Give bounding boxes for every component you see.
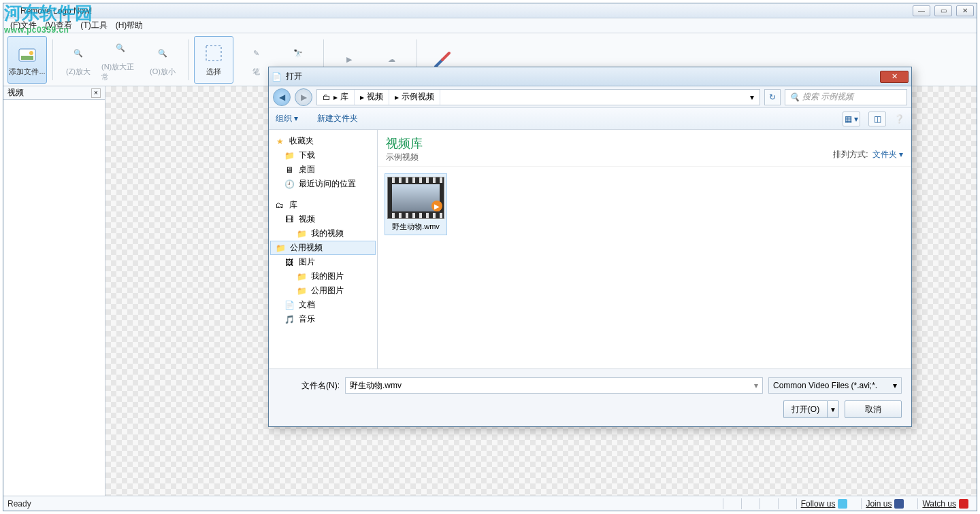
join-us-label: Join us [866, 499, 892, 509]
tree-recent[interactable]: 🕘最近访问的位置 [269, 177, 377, 191]
open-dropdown-button[interactable]: ▼ [827, 400, 839, 418]
dialog-close-button[interactable]: ✕ [880, 71, 909, 83]
sort-label: 排列方式: [833, 149, 868, 160]
tree-videos[interactable]: 🎞视频 [269, 212, 377, 226]
nav-tree: ★收藏夹 📁下载 🖥桌面 🕘最近访问的位置 🗂库 🎞视频 📁我的视频 📁公用视频… [269, 130, 378, 369]
cancel-button[interactable]: 取消 [845, 400, 902, 418]
tree-favorites[interactable]: ★收藏夹 [269, 134, 377, 148]
refresh-button[interactable]: ↻ [764, 89, 781, 105]
folder-icon: 📁 [296, 271, 307, 282]
svg-point-2 [29, 51, 33, 55]
add-files-button[interactable]: 添加文件... [7, 36, 47, 84]
view-mode-button[interactable]: ▦ ▾ [843, 112, 860, 126]
help-icon[interactable]: ❔ [894, 114, 904, 124]
desktop-icon: 🖥 [284, 165, 295, 175]
menu-view[interactable]: (V)查看 [45, 20, 72, 31]
follow-us-label: Follow us [801, 499, 836, 509]
breadcrumb[interactable]: 🗀 ▸ 库 ▸ 视频 ▸ 示例视频 ▾ [316, 89, 760, 105]
zoom-in-button[interactable]: 🔍 (Z)放大 [59, 36, 98, 84]
toolbar-divider [52, 39, 53, 80]
toolbar-divider [188, 39, 189, 80]
tree-pictures[interactable]: 🖼图片 [269, 255, 377, 269]
dialog-icon: 📄 [272, 72, 282, 82]
minimize-button[interactable]: — [913, 5, 930, 16]
search-input[interactable]: 🔍 搜索 示例视频 [785, 89, 907, 105]
follow-us-link[interactable]: Follow us [796, 498, 852, 509]
status-segment [741, 498, 750, 509]
zoom-out-label: (O)放小 [150, 67, 176, 77]
doc-icon: 📄 [284, 300, 295, 311]
youtube-icon [959, 499, 968, 509]
filetype-select[interactable]: Common Video Files (*.avi;*. ▾ [768, 377, 902, 394]
folder-icon: 📁 [296, 286, 307, 296]
watch-us-link[interactable]: Watch us [917, 498, 973, 509]
nav-forward-button[interactable]: ▶ [295, 88, 312, 106]
folder-icon: 📁 [284, 150, 295, 161]
file-grid[interactable]: ▶ 野生动物.wmv [378, 167, 911, 369]
app-titlebar: 📄 Remove Logo Now! — ▭ ✕ [3, 3, 977, 18]
select-tool-button[interactable]: 选择 [194, 36, 233, 84]
zoom-normal-icon: 🔍 [110, 37, 131, 59]
open-button[interactable]: 打开(O) [783, 400, 827, 418]
tree-public-videos[interactable]: 📁公用视频 [270, 241, 376, 255]
filename-label: 文件名(N): [278, 380, 340, 392]
tree-my-videos[interactable]: 📁我的视频 [269, 226, 377, 241]
status-bar: Ready Follow us Join us Watch us [3, 496, 977, 511]
zoom-out-icon: 🔍 [152, 42, 174, 64]
menu-tools[interactable]: (T)工具 [80, 20, 107, 31]
sort-value[interactable]: 文件夹 ▾ [872, 149, 903, 160]
chevron-down-icon: ▾ [893, 381, 897, 390]
menu-help[interactable]: (H)帮助 [116, 20, 144, 31]
breadcrumb-seg[interactable]: 示例视频 [402, 91, 434, 103]
tree-documents[interactable]: 📄文档 [269, 298, 377, 312]
picture-icon: 🖼 [284, 257, 295, 268]
organize-button[interactable]: 组织 ▾ [276, 113, 298, 124]
zoom-normal-button[interactable]: 🔍 (N)放大正常 [101, 36, 140, 84]
star-icon: ★ [274, 136, 285, 147]
pen-icon: ✎ [245, 42, 267, 64]
sort-control[interactable]: 排列方式: 文件夹 ▾ [833, 135, 903, 163]
library-icon: 🗀 [323, 92, 331, 102]
binoculars-icon: 🔭 [287, 42, 309, 64]
filetype-value: Common Video Files (*.avi;*. [773, 381, 877, 390]
nav-back-button[interactable]: ◀ [273, 88, 291, 106]
watch-us-label: Watch us [922, 499, 956, 509]
dialog-titlebar: 📄 打开 ✕ [269, 67, 911, 86]
side-panel-tab: 视频 × [3, 86, 105, 100]
pen-tool-label: 笔 [252, 67, 260, 77]
tree-libraries[interactable]: 🗂库 [269, 198, 377, 212]
window-controls: — ▭ ✕ [913, 5, 974, 16]
tree-public-pictures[interactable]: 📁公用图片 [269, 284, 377, 298]
side-panel-close-icon[interactable]: × [91, 88, 101, 98]
file-item[interactable]: ▶ 野生动物.wmv [385, 173, 447, 235]
maximize-button[interactable]: ▭ [934, 5, 952, 16]
app-icon: 📄 [6, 6, 16, 16]
tree-my-pictures[interactable]: 📁我的图片 [269, 269, 377, 284]
app-title: Remove Logo Now! [20, 6, 913, 16]
zoom-out-button[interactable]: 🔍 (O)放小 [143, 36, 182, 84]
tree-music[interactable]: 🎵音乐 [269, 312, 377, 326]
file-name: 野生动物.wmv [392, 222, 440, 232]
search-placeholder: 搜索 示例视频 [802, 91, 853, 103]
svg-rect-3 [206, 46, 221, 61]
join-us-link[interactable]: Join us [861, 498, 908, 509]
new-folder-button[interactable]: 新建文件夹 [317, 113, 358, 124]
tree-desktop[interactable]: 🖥桌面 [269, 162, 377, 177]
chevron-down-icon[interactable]: ▾ [754, 381, 758, 390]
menu-file[interactable]: (F)文件 [10, 20, 37, 31]
preview-pane-button[interactable]: ◫ [868, 112, 886, 126]
close-button[interactable]: ✕ [956, 5, 974, 16]
dialog-nav: ◀ ▶ 🗀 ▸ 库 ▸ 视频 ▸ 示例视频 ▾ ↻ 🔍 搜索 示例视频 [269, 86, 911, 108]
status-segment [778, 498, 787, 509]
breadcrumb-seg[interactable]: 库 [340, 91, 348, 103]
side-panel: 视频 × [3, 86, 105, 496]
breadcrumb-seg[interactable]: 视频 [367, 91, 383, 103]
dialog-footer: 文件名(N): 野生动物.wmv ▾ Common Video Files (*… [269, 369, 911, 426]
filename-input[interactable]: 野生动物.wmv ▾ [345, 377, 763, 394]
status-segment [760, 498, 768, 509]
menu-bar: (F)文件 (V)查看 (T)工具 (H)帮助 [3, 18, 977, 33]
folder-icon: 📁 [296, 228, 307, 239]
status-ready: Ready [7, 499, 31, 509]
tree-downloads[interactable]: 📁下载 [269, 148, 377, 162]
file-list-area: 视频库 示例视频 排列方式: 文件夹 ▾ ▶ 野生动物.wmv [378, 130, 911, 369]
